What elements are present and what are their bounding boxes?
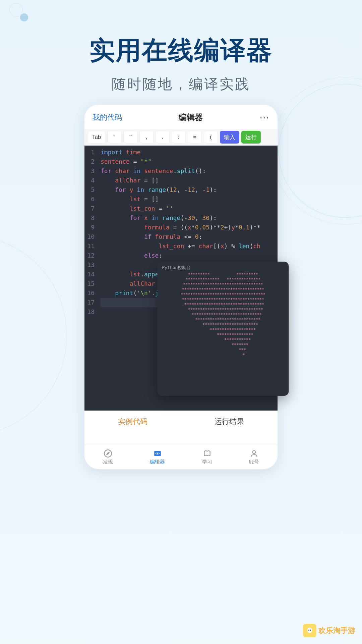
tab-run-result[interactable]: 运行结果 — [215, 417, 244, 427]
input-button[interactable]: 输入 — [220, 131, 239, 144]
key-equals[interactable]: = — [188, 131, 202, 144]
header-title: 编辑器 — [179, 112, 203, 123]
tab-example-code[interactable]: 实例代码 — [118, 417, 147, 427]
bg-decoration — [272, 77, 362, 225]
bottom-nav: 发现 编辑器 学习 账号 — [84, 445, 278, 469]
svg-marker-1 — [107, 452, 110, 455]
console-popup: Python控制台 ********* ********************… — [157, 262, 289, 396]
key-tab[interactable]: Tab — [88, 131, 105, 144]
watermark-icon — [303, 624, 316, 637]
nav-discover[interactable]: 发现 — [103, 449, 113, 465]
bg-decoration — [0, 235, 67, 436]
person-icon — [249, 449, 259, 458]
nav-label: 发现 — [103, 459, 113, 465]
nav-account[interactable]: 账号 — [249, 449, 259, 465]
console-output: ********* *********************** ******… — [162, 272, 284, 358]
key-paren[interactable]: ( — [204, 131, 218, 144]
svg-point-4 — [308, 630, 310, 631]
my-code-link[interactable]: 我的代码 — [93, 112, 122, 122]
console-title: Python控制台 — [162, 265, 284, 270]
nav-label: 编辑器 — [150, 459, 165, 465]
code-icon — [153, 449, 162, 458]
key-colon[interactable]: : — [172, 131, 186, 144]
key-period[interactable]: . — [156, 131, 170, 144]
hero-title: 实用在线编译器 — [0, 34, 362, 68]
key-toolbar: Tab '' "" , . : = ( 输入 运行 — [84, 129, 278, 146]
bg-decoration — [20, 13, 28, 21]
nav-label: 账号 — [249, 459, 259, 465]
app-header: 我的代码 编辑器 ··· — [84, 105, 278, 129]
nav-label: 学习 — [202, 459, 212, 465]
nav-learn[interactable]: 学习 — [202, 449, 212, 465]
key-comma[interactable]: , — [139, 131, 154, 144]
book-icon — [202, 449, 212, 458]
run-button[interactable]: 运行 — [241, 131, 261, 144]
watermark: 欢乐淘手游 — [303, 624, 355, 637]
line-gutter: 123456789101112131415161718 — [84, 146, 98, 411]
nav-editor[interactable]: 编辑器 — [150, 449, 165, 465]
key-double-quote[interactable]: "" — [123, 131, 137, 144]
watermark-text: 欢乐淘手游 — [318, 626, 355, 636]
compass-icon — [103, 449, 113, 458]
svg-point-3 — [253, 450, 256, 453]
svg-point-5 — [310, 630, 311, 631]
key-single-quote[interactable]: '' — [107, 131, 121, 144]
editor-bottom-tabs: 实例代码 运行结果 — [84, 411, 278, 433]
more-icon[interactable]: ··· — [260, 112, 269, 123]
